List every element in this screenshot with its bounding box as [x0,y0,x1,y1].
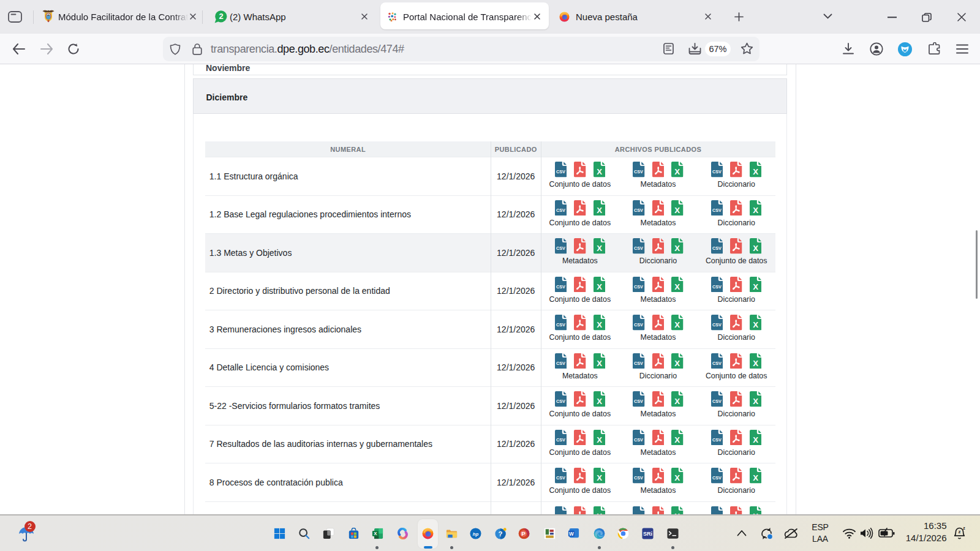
svg-text:X: X [374,531,377,536]
svg-text:W: W [569,531,574,536]
svg-text:P: P [521,530,526,537]
svg-text:z: z [959,529,961,534]
svg-text:2: 2 [219,12,223,21]
svg-text:hp: hp [473,531,479,536]
svg-text:SRi: SRi [643,531,652,537]
svg-text:?: ? [499,530,503,538]
svg-text:z: z [963,526,965,530]
